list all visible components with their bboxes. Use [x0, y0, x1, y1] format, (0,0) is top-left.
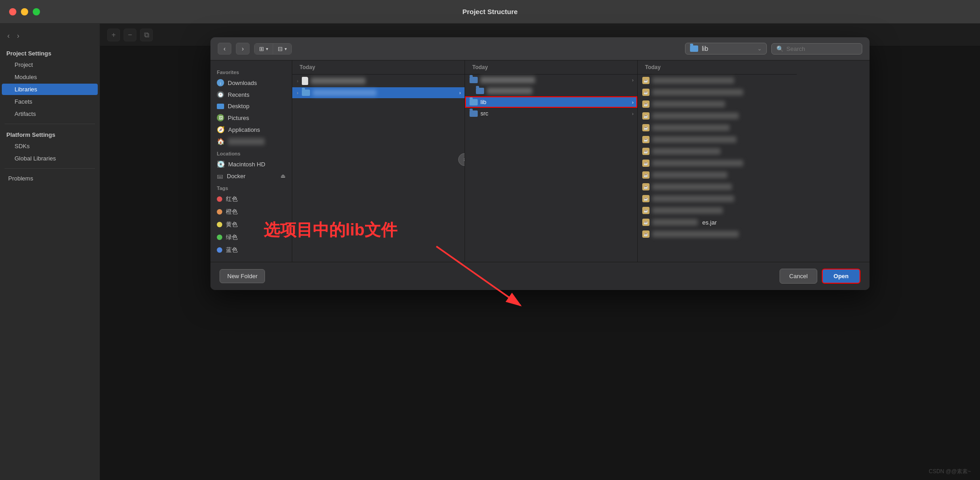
sidebar-item-sdks[interactable]: SDKs [2, 140, 98, 152]
chevron-icon: › [297, 79, 298, 84]
blue-tag-dot [217, 247, 222, 253]
sidebar-tag-green[interactable]: 绿色 [210, 231, 292, 244]
search-input[interactable] [786, 45, 850, 52]
sidebar-item-docker[interactable]: 🖴 Docker ⏏ [210, 170, 292, 182]
file-browser: Today › › › › [292, 60, 870, 262]
columns-view-button[interactable]: ⊞ ▾ [255, 44, 273, 54]
orange-tag-dot [217, 209, 222, 215]
file-row-jar-12[interactable]: ☕ [638, 205, 797, 216]
file-row-jar-last[interactable]: ☕ [638, 228, 797, 240]
file-row-jar-1[interactable]: ☕ [638, 75, 797, 86]
file-row-jar-10[interactable]: ☕ [638, 181, 797, 193]
maximize-button[interactable] [33, 8, 40, 15]
grid-icon: ⊟ [278, 45, 283, 52]
sidebar-item-pictures[interactable]: 🖼 Pictures [210, 112, 292, 124]
col1-header: Today [292, 60, 465, 75]
jar-icon-12: ☕ [642, 207, 650, 214]
sidebar-tag-red[interactable]: 红色 [210, 193, 292, 205]
row-arrow-2-1: › [632, 77, 634, 83]
downloads-label: Downloads [228, 80, 257, 86]
file-row-jar-3[interactable]: ☕ [638, 98, 797, 110]
sidebar-nav: ‹ › [0, 29, 100, 43]
chevron-icon2: › [297, 90, 298, 95]
jar-icon-11: ☕ [642, 195, 650, 202]
location-dropdown[interactable]: lib ⌄ [685, 43, 767, 55]
dropdown-chevron-icon: ⌄ [757, 45, 762, 52]
file-label-1-2 [313, 90, 376, 96]
dialog-body: Favorites ↓ Downloads 🕐 Recents Desktop … [210, 60, 870, 262]
file-row-jar-9[interactable]: ☕ [638, 169, 797, 181]
jar-icon-7: ☕ [642, 148, 650, 155]
jar-icon-es: ☕ [642, 219, 650, 226]
new-folder-button[interactable]: New Folder [220, 269, 265, 283]
sidebar-item-libraries[interactable]: Libraries [2, 84, 98, 95]
file-row-jar-7[interactable]: ☕ [638, 145, 797, 157]
sidebar-item-artifacts[interactable]: Artifacts [2, 108, 98, 120]
file-row-lib[interactable]: lib › [465, 96, 637, 108]
jar-icon-8: ☕ [642, 160, 650, 167]
downloads-icon: ↓ [217, 79, 224, 86]
file-label-1-1 [311, 78, 365, 84]
dialog-toolbar: ‹ › ⊞ ▾ ⊟ ▾ lib ⌄ 🔍 [210, 37, 870, 60]
folder-icon-2-1 [470, 77, 478, 83]
sidebar-item-modules[interactable]: Modules [2, 71, 98, 83]
applications-label: Applications [228, 126, 260, 133]
search-icon: 🔍 [776, 45, 784, 52]
row-arrow-1: › [459, 90, 461, 95]
location-label: lib [702, 45, 708, 52]
jar-icon-last: ☕ [642, 230, 650, 238]
sidebar-item-global-libraries[interactable]: Global Libraries [2, 153, 98, 164]
red-tag-dot [217, 196, 222, 202]
jar-icon-2: ☕ [642, 89, 650, 96]
file-row-jar-11[interactable]: ☕ [638, 193, 797, 205]
jar-icon-3: ☕ [642, 100, 650, 108]
folder-icon-lib [470, 99, 478, 105]
file-row-2-1[interactable]: › [465, 75, 637, 85]
file-sidebar: Favorites ↓ Downloads 🕐 Recents Desktop … [210, 60, 292, 262]
platform-settings-heading: Platform Settings [0, 128, 100, 140]
grid-view-button[interactable]: ⊟ ▾ [273, 44, 291, 54]
file-row-src[interactable]: src › [465, 108, 637, 119]
file-row-jar-2[interactable]: ☕ [638, 86, 797, 98]
sidebar-item-home[interactable]: 🏠 home folder [210, 135, 292, 147]
file-row-jar-8[interactable]: ☕ [638, 157, 797, 169]
file-row-jar-6[interactable]: ☕ [638, 134, 797, 145]
file-label-2-1 [480, 77, 535, 83]
col3-header: Today [638, 60, 797, 75]
file-row-jar-4[interactable]: ☕ [638, 110, 797, 122]
sidebar-item-problems[interactable]: Problems [2, 173, 98, 184]
sidebar-tag-orange[interactable]: 橙色 [210, 205, 292, 218]
view-toggle: ⊞ ▾ ⊟ ▾ [254, 43, 292, 55]
eject-icon: ⏏ [280, 173, 285, 179]
file-row-1-2[interactable]: › › [292, 87, 465, 98]
macintosh-label: Macintosh HD [228, 161, 265, 168]
close-button[interactable] [9, 8, 16, 15]
sidebar-item-macintosh[interactable]: 💽 Macintosh HD [210, 158, 292, 170]
project-settings-heading: Project Settings [0, 46, 100, 59]
file-row-jar-5[interactable]: ☕ [638, 122, 797, 134]
dialog-back-button[interactable]: ‹ [218, 43, 231, 55]
dialog-forward-button[interactable]: › [236, 43, 250, 55]
open-button[interactable]: Open [822, 269, 860, 284]
cancel-button[interactable]: Cancel [780, 269, 817, 284]
sidebar-tag-blue[interactable]: 蓝色 [210, 244, 292, 256]
file-column-3: Today ☕ ☕ ☕ ☕ [638, 60, 797, 262]
row-arrow-lib: › [632, 100, 634, 105]
sidebar-item-recents[interactable]: 🕐 Recents [210, 89, 292, 100]
sidebar-tag-yellow[interactable]: 黄色 [210, 218, 292, 231]
file-row-es-jar[interactable]: ☕ es.jar [638, 216, 797, 228]
file-label-2-2 [487, 88, 532, 94]
sidebar-item-project[interactable]: Project [2, 59, 98, 70]
minimize-button[interactable] [21, 8, 28, 15]
sidebar-item-desktop[interactable]: Desktop [210, 100, 292, 112]
file-row-2-2[interactable] [465, 85, 637, 96]
jar-icon-1: ☕ [642, 77, 650, 84]
sidebar-item-applications[interactable]: 🧭 Applications [210, 124, 292, 135]
sidebar-item-facets[interactable]: Facets [2, 96, 98, 107]
forward-arrow-icon[interactable]: › [15, 31, 21, 41]
file-row-1-1[interactable]: › [292, 75, 465, 87]
red-tag-label: 红色 [226, 195, 238, 203]
column-expand-button[interactable]: › [458, 153, 465, 166]
sidebar-item-downloads[interactable]: ↓ Downloads [210, 77, 292, 89]
back-arrow-icon[interactable]: ‹ [5, 31, 11, 41]
